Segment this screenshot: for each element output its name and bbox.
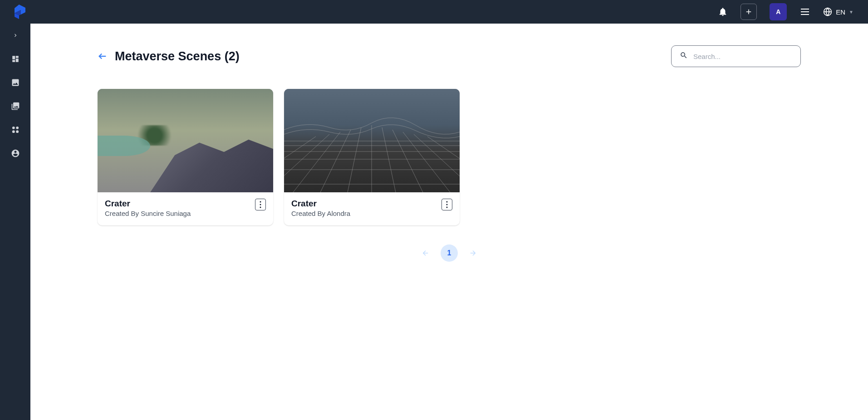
sidebar-account[interactable] <box>10 148 21 159</box>
page-title: Metaverse Scenes (2) <box>115 49 240 63</box>
search-input[interactable] <box>693 53 792 60</box>
svg-point-12 <box>260 201 261 203</box>
arrow-left-icon <box>422 249 430 257</box>
avatar[interactable]: A <box>770 3 787 20</box>
search-box[interactable] <box>671 45 801 67</box>
svg-point-9 <box>12 130 15 133</box>
page-header: Metaverse Scenes (2) <box>98 45 801 67</box>
svg-point-34 <box>446 207 448 208</box>
menu-icon[interactable] <box>799 6 810 17</box>
scene-thumbnail <box>284 89 460 192</box>
arrow-left-icon <box>98 51 108 61</box>
sidebar-images[interactable] <box>10 77 21 88</box>
svg-point-14 <box>260 207 261 208</box>
scene-card[interactable]: Crater Created By Suncire Suniaga <box>98 89 273 225</box>
scene-title: Crater <box>105 199 255 209</box>
main-content: Metaverse Scenes (2) Crater Created By S… <box>30 24 868 283</box>
scene-thumbnail <box>98 89 273 192</box>
scene-menu-button[interactable] <box>255 199 266 210</box>
add-button[interactable] <box>740 4 757 20</box>
account-icon <box>11 149 20 158</box>
scene-card-body: Crater Created By Suncire Suniaga <box>98 192 273 225</box>
svg-line-28 <box>284 134 329 192</box>
language-selector[interactable]: EN ▼ <box>823 7 853 16</box>
globe-icon <box>823 7 832 16</box>
arrow-right-icon <box>469 249 477 257</box>
pagination: 1 <box>98 244 801 262</box>
dashboard-icon <box>11 55 20 63</box>
svg-point-13 <box>260 204 261 205</box>
chevron-right-icon <box>12 32 19 39</box>
chevron-down-icon: ▼ <box>849 10 853 15</box>
svg-line-30 <box>284 137 316 192</box>
svg-line-22 <box>348 127 361 192</box>
pagination-next[interactable] <box>469 249 477 257</box>
scene-menu-button[interactable] <box>441 199 452 210</box>
title-group: Metaverse Scenes (2) <box>98 49 240 63</box>
scene-title: Crater <box>291 199 441 209</box>
scene-subtitle: Created By Suncire Suniaga <box>105 210 255 217</box>
sidebar-expand[interactable] <box>10 30 21 41</box>
header: A EN ▼ <box>0 0 868 24</box>
notifications-icon[interactable] <box>718 7 728 17</box>
scene-card[interactable]: Crater Created By Alondra <box>284 89 460 225</box>
logo[interactable] <box>11 3 27 21</box>
pagination-prev[interactable] <box>422 249 430 257</box>
svg-point-32 <box>446 201 448 203</box>
svg-point-10 <box>16 130 19 133</box>
header-actions: A EN ▼ <box>718 3 853 20</box>
more-vertical-icon <box>446 201 448 208</box>
sidebar-apps[interactable] <box>10 124 21 135</box>
back-button[interactable] <box>98 51 108 61</box>
more-vertical-icon <box>260 201 261 208</box>
scene-subtitle: Created By Alondra <box>291 210 441 217</box>
scene-card-body: Crater Created By Alondra <box>284 192 460 225</box>
svg-line-25 <box>392 130 423 192</box>
apps-icon <box>11 125 20 134</box>
scene-grid: Crater Created By Suncire Suniaga <box>98 89 801 225</box>
sidebar-dashboard[interactable] <box>10 54 21 64</box>
sidebar-collections[interactable] <box>10 101 21 112</box>
language-label: EN <box>836 8 845 16</box>
image-icon <box>11 78 20 87</box>
svg-line-23 <box>382 127 396 192</box>
svg-point-33 <box>446 204 448 205</box>
search-icon <box>680 51 688 61</box>
svg-line-24 <box>320 130 351 192</box>
collections-icon <box>11 102 20 111</box>
sidebar <box>0 24 30 283</box>
svg-point-8 <box>16 127 19 129</box>
pagination-page[interactable]: 1 <box>441 244 458 262</box>
svg-point-7 <box>12 127 15 129</box>
